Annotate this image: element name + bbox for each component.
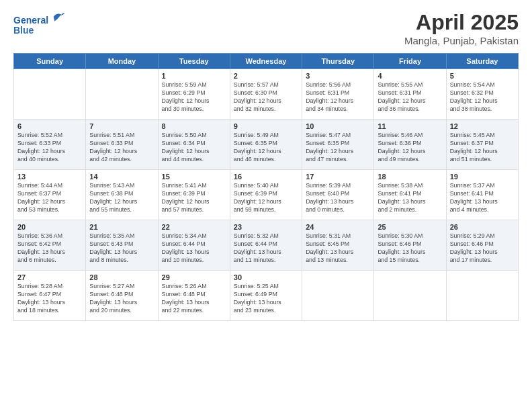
logo-blue: Blue	[13, 25, 66, 36]
header: General Blue April 2025 Mangla, Punjab, …	[13, 10, 519, 46]
day-number: 18	[378, 173, 442, 181]
day-info: Sunrise: 5:54 AM Sunset: 6:32 PM Dayligh…	[450, 81, 515, 113]
day-info: Sunrise: 5:35 AM Sunset: 6:43 PM Dayligh…	[89, 232, 154, 265]
main-title: April 2025	[404, 10, 519, 35]
day-number: 6	[17, 122, 82, 130]
table-row: 3Sunrise: 5:56 AM Sunset: 6:31 PM Daylig…	[302, 69, 374, 120]
day-number: 23	[234, 223, 298, 231]
table-row	[86, 69, 158, 120]
logo-text: General	[13, 10, 66, 26]
day-number: 22	[162, 223, 226, 231]
table-row: 13Sunrise: 5:44 AM Sunset: 6:37 PM Dayli…	[14, 170, 86, 220]
title-section: April 2025 Mangla, Punjab, Pakistan	[404, 10, 519, 46]
table-row: 21Sunrise: 5:35 AM Sunset: 6:43 PM Dayli…	[86, 220, 158, 271]
day-info: Sunrise: 5:59 AM Sunset: 6:29 PM Dayligh…	[162, 81, 226, 113]
col-monday: Monday	[86, 54, 158, 69]
table-row: 22Sunrise: 5:34 AM Sunset: 6:44 PM Dayli…	[158, 220, 230, 271]
day-number: 7	[89, 122, 154, 130]
day-number: 25	[378, 223, 442, 231]
col-sunday: Sunday	[14, 54, 86, 69]
table-row: 24Sunrise: 5:31 AM Sunset: 6:45 PM Dayli…	[302, 220, 374, 271]
table-row: 2Sunrise: 5:57 AM Sunset: 6:30 PM Daylig…	[230, 69, 302, 120]
day-number: 4	[378, 72, 442, 80]
table-row: 9Sunrise: 5:49 AM Sunset: 6:35 PM Daylig…	[230, 120, 302, 170]
day-number: 14	[89, 173, 154, 181]
day-info: Sunrise: 5:30 AM Sunset: 6:46 PM Dayligh…	[378, 232, 442, 265]
day-info: Sunrise: 5:32 AM Sunset: 6:44 PM Dayligh…	[234, 232, 298, 265]
col-friday: Friday	[374, 54, 446, 69]
header-row: Sunday Monday Tuesday Wednesday Thursday…	[14, 54, 519, 69]
calendar-row: 27Sunrise: 5:28 AM Sunset: 6:47 PM Dayli…	[14, 271, 519, 321]
day-info: Sunrise: 5:27 AM Sunset: 6:48 PM Dayligh…	[89, 283, 154, 315]
table-row	[374, 271, 446, 321]
day-info: Sunrise: 5:25 AM Sunset: 6:49 PM Dayligh…	[234, 283, 298, 315]
day-info: Sunrise: 5:56 AM Sunset: 6:31 PM Dayligh…	[306, 81, 370, 113]
day-number: 28	[89, 273, 154, 281]
day-info: Sunrise: 5:41 AM Sunset: 6:39 PM Dayligh…	[162, 182, 226, 214]
col-wednesday: Wednesday	[230, 54, 302, 69]
table-row: 23Sunrise: 5:32 AM Sunset: 6:44 PM Dayli…	[230, 220, 302, 271]
table-row	[14, 69, 86, 120]
day-info: Sunrise: 5:29 AM Sunset: 6:46 PM Dayligh…	[450, 232, 515, 265]
logo-bird-icon	[52, 10, 66, 24]
table-row: 19Sunrise: 5:37 AM Sunset: 6:41 PM Dayli…	[446, 170, 518, 220]
calendar-row: 13Sunrise: 5:44 AM Sunset: 6:37 PM Dayli…	[14, 170, 519, 220]
day-info: Sunrise: 5:26 AM Sunset: 6:48 PM Dayligh…	[162, 283, 226, 315]
table-row: 1Sunrise: 5:59 AM Sunset: 6:29 PM Daylig…	[158, 69, 230, 120]
calendar-row: 1Sunrise: 5:59 AM Sunset: 6:29 PM Daylig…	[14, 69, 519, 120]
day-info: Sunrise: 5:45 AM Sunset: 6:37 PM Dayligh…	[450, 132, 515, 164]
col-saturday: Saturday	[446, 54, 518, 69]
day-number: 2	[234, 72, 298, 80]
table-row: 20Sunrise: 5:36 AM Sunset: 6:42 PM Dayli…	[14, 220, 86, 271]
table-row: 18Sunrise: 5:38 AM Sunset: 6:41 PM Dayli…	[374, 170, 446, 220]
table-row: 8Sunrise: 5:50 AM Sunset: 6:34 PM Daylig…	[158, 120, 230, 170]
col-thursday: Thursday	[302, 54, 374, 69]
table-row: 7Sunrise: 5:51 AM Sunset: 6:33 PM Daylig…	[86, 120, 158, 170]
day-info: Sunrise: 5:52 AM Sunset: 6:33 PM Dayligh…	[17, 132, 82, 164]
table-row: 15Sunrise: 5:41 AM Sunset: 6:39 PM Dayli…	[158, 170, 230, 220]
day-number: 8	[162, 122, 226, 130]
table-row: 30Sunrise: 5:25 AM Sunset: 6:49 PM Dayli…	[230, 271, 302, 321]
day-number: 26	[450, 223, 515, 231]
day-info: Sunrise: 5:39 AM Sunset: 6:40 PM Dayligh…	[306, 182, 370, 214]
day-number: 11	[378, 122, 442, 130]
table-row: 29Sunrise: 5:26 AM Sunset: 6:48 PM Dayli…	[158, 271, 230, 321]
subtitle: Mangla, Punjab, Pakistan	[404, 35, 519, 46]
day-number: 21	[89, 223, 154, 231]
day-number: 19	[450, 173, 515, 181]
day-info: Sunrise: 5:43 AM Sunset: 6:38 PM Dayligh…	[89, 182, 154, 214]
day-number: 12	[450, 122, 515, 130]
day-number: 15	[162, 173, 226, 181]
day-number: 1	[162, 72, 226, 80]
day-info: Sunrise: 5:28 AM Sunset: 6:47 PM Dayligh…	[17, 283, 82, 315]
table-row: 16Sunrise: 5:40 AM Sunset: 6:39 PM Dayli…	[230, 170, 302, 220]
table-row: 6Sunrise: 5:52 AM Sunset: 6:33 PM Daylig…	[14, 120, 86, 170]
day-number: 5	[450, 72, 515, 80]
table-row	[302, 271, 374, 321]
logo: General Blue	[13, 10, 66, 36]
col-tuesday: Tuesday	[158, 54, 230, 69]
table-row: 25Sunrise: 5:30 AM Sunset: 6:46 PM Dayli…	[374, 220, 446, 271]
day-info: Sunrise: 5:55 AM Sunset: 6:31 PM Dayligh…	[378, 81, 442, 113]
table-row: 17Sunrise: 5:39 AM Sunset: 6:40 PM Dayli…	[302, 170, 374, 220]
table-row: 10Sunrise: 5:47 AM Sunset: 6:35 PM Dayli…	[302, 120, 374, 170]
table-row: 5Sunrise: 5:54 AM Sunset: 6:32 PM Daylig…	[446, 69, 518, 120]
day-number: 29	[162, 273, 226, 281]
table-row: 14Sunrise: 5:43 AM Sunset: 6:38 PM Dayli…	[86, 170, 158, 220]
calendar-table: Sunday Monday Tuesday Wednesday Thursday…	[13, 53, 519, 321]
day-info: Sunrise: 5:50 AM Sunset: 6:34 PM Dayligh…	[162, 132, 226, 164]
day-number: 24	[306, 223, 370, 231]
day-number: 10	[306, 122, 370, 130]
table-row: 28Sunrise: 5:27 AM Sunset: 6:48 PM Dayli…	[86, 271, 158, 321]
day-number: 17	[306, 173, 370, 181]
table-row: 4Sunrise: 5:55 AM Sunset: 6:31 PM Daylig…	[374, 69, 446, 120]
day-number: 20	[17, 223, 82, 231]
day-info: Sunrise: 5:31 AM Sunset: 6:45 PM Dayligh…	[306, 232, 370, 265]
page: General Blue April 2025 Mangla, Punjab, …	[0, 0, 532, 411]
table-row: 26Sunrise: 5:29 AM Sunset: 6:46 PM Dayli…	[446, 220, 518, 271]
day-info: Sunrise: 5:47 AM Sunset: 6:35 PM Dayligh…	[306, 132, 370, 164]
logo-general: General	[13, 15, 48, 26]
table-row	[446, 271, 518, 321]
day-info: Sunrise: 5:40 AM Sunset: 6:39 PM Dayligh…	[234, 182, 298, 214]
day-info: Sunrise: 5:49 AM Sunset: 6:35 PM Dayligh…	[234, 132, 298, 164]
